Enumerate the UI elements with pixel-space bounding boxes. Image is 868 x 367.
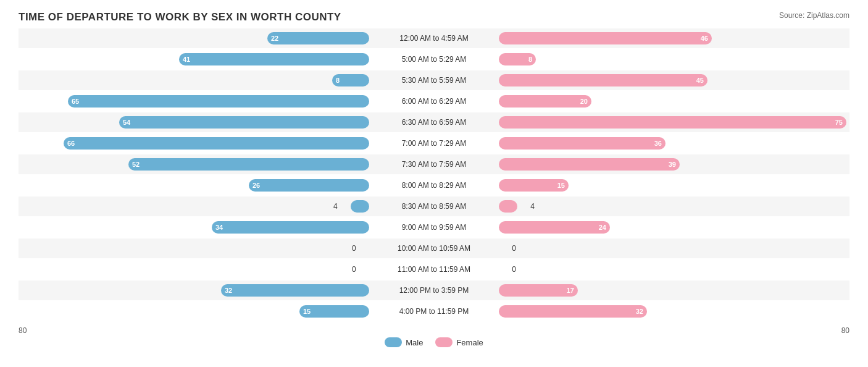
female-bar: 45	[499, 74, 707, 86]
bar-row: 66 7:00 AM to 7:29 AM 36	[19, 133, 849, 153]
bar-row: 8 5:30 AM to 5:59 AM 45	[19, 70, 849, 90]
left-section: 32	[19, 281, 369, 300]
left-section: 4	[19, 196, 369, 216]
axis-left-label: 80	[19, 326, 27, 335]
male-value: 22	[271, 35, 278, 42]
male-value: 66	[67, 140, 75, 147]
time-label: 4:00 PM to 11:59 PM	[369, 307, 499, 316]
time-label: 5:00 AM to 5:29 AM	[369, 55, 499, 64]
left-section: 52	[19, 154, 369, 174]
time-label: 6:30 AM to 6:59 AM	[369, 118, 499, 127]
male-value: 8	[336, 77, 340, 84]
bar-row: 52 7:30 AM to 7:59 AM 39	[19, 154, 849, 174]
female-bar: 8	[499, 53, 536, 65]
bar-row: 22 12:00 AM to 4:59 AM 46	[19, 28, 849, 48]
female-value: 0	[512, 265, 516, 274]
chart-area: 22 12:00 AM to 4:59 AM 46 41 5:00 AM to …	[19, 28, 849, 323]
axis-labels: 80 80	[19, 326, 849, 335]
time-label: 11:00 AM to 11:59 AM	[369, 265, 499, 274]
left-section: 41	[19, 49, 369, 69]
right-section: 20	[499, 91, 849, 111]
bar-row: 32 12:00 PM to 3:59 PM 17	[19, 281, 849, 300]
left-section: 66	[19, 133, 369, 153]
male-bar: 8	[332, 74, 369, 86]
male-bar: 54	[119, 116, 369, 129]
right-section: 17	[499, 281, 849, 300]
female-value: 8	[528, 56, 532, 63]
female-value: 32	[636, 308, 643, 315]
male-value: 4	[333, 202, 338, 211]
female-value: 45	[696, 77, 704, 84]
source-text: Source: ZipAtlas.com	[779, 11, 849, 20]
male-bar: 32	[221, 284, 369, 297]
left-section: 34	[19, 217, 369, 237]
male-value: 34	[215, 224, 223, 231]
right-section: 32	[499, 302, 849, 321]
right-section: 75	[499, 112, 849, 132]
female-bar: 46	[499, 32, 712, 44]
time-label: 6:00 AM to 6:29 AM	[369, 97, 499, 106]
bar-row: 34 9:00 AM to 9:59 AM 24	[19, 217, 849, 237]
chart-container: TIME OF DEPARTURE TO WORK BY SEX IN WORT…	[0, 0, 868, 367]
bar-row: 4 8:30 AM to 8:59 AM 4	[19, 196, 849, 216]
male-value: 54	[123, 119, 130, 126]
time-label: 10:00 AM to 10:59 AM	[369, 244, 499, 253]
right-section: 24	[499, 217, 849, 237]
female-value: 20	[580, 98, 588, 105]
female-value: 39	[669, 161, 676, 168]
time-label: 7:30 AM to 7:59 AM	[369, 160, 499, 169]
right-section: 8	[499, 49, 849, 69]
bar-row: 26 8:00 AM to 8:29 AM 15	[19, 175, 849, 195]
time-label: 8:00 AM to 8:29 AM	[369, 181, 499, 190]
male-value: 41	[183, 56, 190, 63]
female-bar: 15	[499, 179, 569, 192]
female-bar: 24	[499, 221, 610, 234]
left-section: 15	[19, 302, 369, 321]
male-value: 32	[225, 287, 232, 294]
female-bar: 75	[499, 116, 846, 129]
time-label: 12:00 PM to 3:59 PM	[369, 286, 499, 295]
male-bar: 41	[179, 53, 369, 65]
male-bar: 15	[299, 305, 369, 318]
left-section: 26	[19, 175, 369, 195]
male-value: 26	[252, 182, 260, 189]
male-bar: 65	[68, 95, 369, 108]
male-bar: 34	[212, 221, 369, 234]
bar-row: 0 10:00 AM to 10:59 AM 0	[19, 238, 849, 258]
axis-right-label: 80	[841, 326, 849, 335]
female-bar: 36	[499, 137, 666, 150]
bar-row: 41 5:00 AM to 5:29 AM 8	[19, 49, 849, 69]
female-value: 4	[530, 202, 535, 211]
legend-female: Female	[435, 337, 483, 347]
left-section: 22	[19, 28, 369, 48]
female-bar: 17	[499, 284, 578, 297]
bar-row: 0 11:00 AM to 11:59 AM 0	[19, 259, 849, 279]
female-value: 24	[599, 224, 606, 231]
right-section: 45	[499, 70, 849, 90]
left-section: 8	[19, 70, 369, 90]
right-section: 4	[499, 196, 849, 216]
left-section: 0	[19, 259, 369, 279]
male-value: 65	[72, 98, 79, 105]
female-bar: 39	[499, 158, 680, 171]
male-value: 0	[352, 244, 356, 253]
male-bar: 66	[64, 137, 369, 150]
male-value: 15	[303, 308, 311, 315]
female-value: 17	[567, 287, 574, 294]
left-section: 65	[19, 91, 369, 111]
legend-male: Male	[385, 337, 423, 347]
legend: Male Female	[19, 337, 849, 347]
time-label: 7:00 AM to 7:29 AM	[369, 139, 499, 148]
female-value: 46	[701, 35, 708, 42]
chart-title: TIME OF DEPARTURE TO WORK BY SEX IN WORT…	[19, 11, 849, 23]
time-label: 9:00 AM to 9:59 AM	[369, 223, 499, 232]
legend-male-label: Male	[406, 338, 423, 347]
time-label: 12:00 AM to 4:59 AM	[369, 34, 499, 43]
right-section: 0	[499, 238, 849, 258]
right-section: 0	[499, 259, 849, 279]
female-value: 0	[512, 244, 516, 253]
right-section: 36	[499, 133, 849, 153]
legend-male-color	[385, 337, 402, 347]
right-section: 39	[499, 154, 849, 174]
bar-row: 15 4:00 PM to 11:59 PM 32	[19, 302, 849, 321]
